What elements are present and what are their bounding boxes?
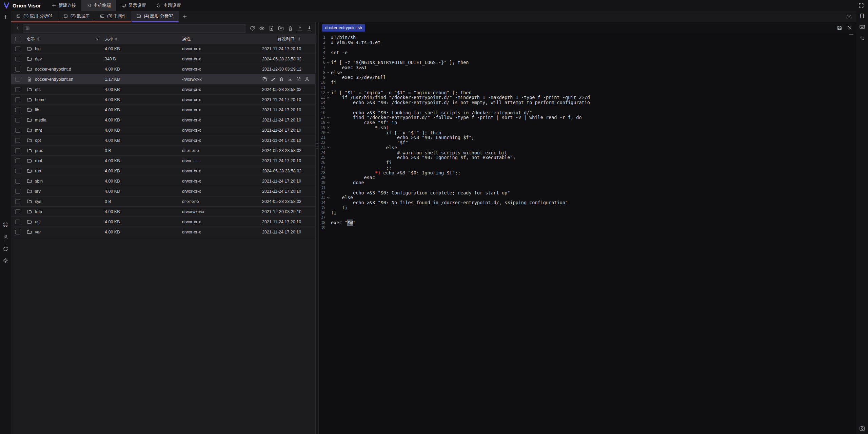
trash-icon[interactable] bbox=[288, 25, 293, 31]
menu-host-terminal[interactable]: 主机终端 bbox=[81, 0, 116, 11]
table-row[interactable]: usr4.00 KBdrwxr-xr-x2021-11-24 17:20:10 bbox=[11, 217, 315, 227]
swap-vertical-icon[interactable] bbox=[859, 35, 865, 41]
row-name[interactable]: run bbox=[24, 168, 102, 173]
filter-icon[interactable] bbox=[95, 37, 99, 41]
table-row[interactable]: etc4.00 KBdrwxr-xr-x2024-05-28 23:58:02 bbox=[11, 84, 315, 95]
row-name[interactable]: bin bbox=[24, 46, 102, 51]
path-input[interactable] bbox=[32, 26, 243, 31]
edit-icon[interactable] bbox=[271, 77, 276, 82]
copy-icon[interactable] bbox=[262, 77, 267, 82]
save-icon[interactable] bbox=[837, 25, 842, 31]
tab-app-analysis-01[interactable]: (1) 应用-分析01 bbox=[11, 11, 58, 22]
row-name[interactable]: root bbox=[24, 158, 102, 163]
menu-display-settings[interactable]: 显示设置 bbox=[116, 0, 151, 11]
code-editor[interactable]: 1#!/bin/sh2# vim:sw=4:ts=4:et34set -e56i… bbox=[319, 33, 856, 434]
row-checkbox[interactable] bbox=[15, 199, 20, 204]
fullscreen-icon[interactable] bbox=[854, 0, 868, 11]
row-name[interactable]: home bbox=[24, 97, 102, 102]
row-name[interactable]: usr bbox=[24, 219, 102, 224]
row-checkbox[interactable] bbox=[15, 67, 20, 72]
row-name[interactable]: opt bbox=[24, 138, 102, 143]
scrollbar-mark[interactable] bbox=[849, 34, 853, 35]
table-row[interactable]: srv4.00 KBdrwxr-xr-x2021-11-24 17:20:10 bbox=[11, 186, 315, 196]
fold-chevron-icon[interactable] bbox=[326, 91, 331, 94]
table-row[interactable]: docker-entrypoint.d4.00 KBdrwxr-xr-x2021… bbox=[11, 64, 315, 74]
row-checkbox[interactable] bbox=[15, 158, 20, 163]
tab-middleware[interactable]: (3) 中间件 bbox=[95, 11, 132, 22]
row-checkbox[interactable] bbox=[15, 138, 20, 143]
menu-new-connection[interactable]: 新建连接 bbox=[46, 0, 81, 11]
table-row[interactable]: docker-entrypoint.sh1.17 KB-rwxrwxr-x bbox=[11, 74, 315, 84]
fold-chevron-icon[interactable] bbox=[326, 121, 331, 124]
user-icon[interactable] bbox=[2, 234, 8, 240]
sort-name-icon[interactable] bbox=[37, 37, 39, 41]
row-checkbox[interactable] bbox=[15, 189, 20, 194]
row-checkbox[interactable] bbox=[15, 169, 20, 173]
tab-app-analysis-02[interactable]: (4) 应用-分析02 bbox=[132, 11, 179, 22]
new-folder-icon[interactable] bbox=[278, 25, 284, 31]
editor-file-tab[interactable]: docker-entrypoint.sh bbox=[322, 24, 365, 32]
row-name[interactable]: docker-entrypoint.sh bbox=[24, 77, 102, 82]
row-checkbox[interactable] bbox=[15, 118, 20, 122]
table-row[interactable]: tmp4.00 KBdrwxrwxrwx2021-12-30 03:29:10 bbox=[11, 207, 315, 217]
column-header-size[interactable]: 大小 bbox=[105, 36, 113, 42]
fold-chevron-icon[interactable] bbox=[326, 61, 331, 64]
tab-database[interactable]: (2) 数据库 bbox=[58, 11, 95, 22]
row-checkbox[interactable] bbox=[15, 179, 20, 184]
row-name[interactable]: mnt bbox=[24, 128, 102, 133]
row-checkbox[interactable] bbox=[15, 108, 20, 112]
download-icon[interactable] bbox=[288, 77, 293, 82]
table-row[interactable]: mnt4.00 KBdrwxr-xr-x2021-11-24 17:20:10 bbox=[11, 125, 315, 135]
table-row[interactable]: lib4.00 KBdrwxr-xr-x2021-11-24 17:20:10 bbox=[11, 105, 315, 115]
row-checkbox[interactable] bbox=[15, 87, 20, 92]
row-checkbox[interactable] bbox=[15, 77, 20, 82]
permission-icon[interactable] bbox=[304, 77, 310, 82]
menu-theme-settings[interactable]: 主题设置 bbox=[151, 0, 186, 11]
table-row[interactable]: sys0 Bdr-xr-xr-x2024-05-28 23:58:02 bbox=[11, 196, 315, 207]
table-row[interactable]: media4.00 KBdrwxr-xr-x2021-11-24 17:20:1… bbox=[11, 115, 315, 125]
keyboard-icon[interactable] bbox=[859, 24, 865, 30]
refresh-icon[interactable] bbox=[250, 25, 255, 31]
fold-chevron-icon[interactable] bbox=[326, 146, 331, 149]
table-row[interactable]: var4.00 KBdrwxr-xr-x2021-11-24 17:20:10 bbox=[11, 227, 315, 237]
row-name[interactable]: dev bbox=[24, 56, 102, 61]
row-name[interactable]: sys bbox=[24, 199, 102, 204]
fold-chevron-icon[interactable] bbox=[326, 126, 331, 129]
eye-icon[interactable] bbox=[259, 25, 265, 31]
delete-icon[interactable] bbox=[279, 77, 284, 82]
row-name[interactable]: media bbox=[24, 117, 102, 122]
fold-chevron-icon[interactable] bbox=[326, 116, 331, 119]
table-row[interactable]: home4.00 KBdrwxr-xr-x2021-11-24 17:20:10 bbox=[11, 95, 315, 105]
sync-icon[interactable] bbox=[2, 246, 8, 252]
row-name[interactable]: tmp bbox=[24, 209, 102, 214]
row-checkbox[interactable] bbox=[15, 46, 20, 51]
table-row[interactable]: opt4.00 KBdrwxr-xr-x2021-11-24 17:20:10 bbox=[11, 135, 315, 146]
row-name[interactable]: docker-entrypoint.d bbox=[24, 67, 102, 72]
add-connection-icon[interactable] bbox=[2, 14, 8, 20]
settings-gear-icon[interactable] bbox=[2, 258, 8, 264]
table-row[interactable]: run4.00 KBdrwxr-xr-x2024-05-28 23:58:02 bbox=[11, 166, 315, 176]
sort-mtime-icon[interactable] bbox=[298, 37, 300, 41]
screenshot-camera-icon[interactable] bbox=[859, 425, 865, 431]
row-checkbox[interactable] bbox=[15, 209, 20, 214]
table-row[interactable]: proc0 Bdr-xr-xr-x2024-05-28 23:58:02 bbox=[11, 146, 315, 156]
row-checkbox[interactable] bbox=[15, 230, 20, 234]
select-all-checkbox[interactable] bbox=[15, 37, 20, 41]
table-row[interactable]: sbin4.00 KBdrwxr-xr-x2021-11-24 17:20:10 bbox=[11, 176, 315, 186]
row-name[interactable]: sbin bbox=[24, 178, 102, 184]
close-editor-icon[interactable] bbox=[847, 25, 852, 31]
row-name[interactable]: lib bbox=[24, 107, 102, 112]
fold-chevron-icon[interactable] bbox=[326, 131, 331, 134]
fold-chevron-icon[interactable] bbox=[326, 71, 331, 74]
row-checkbox[interactable] bbox=[15, 148, 20, 153]
table-row[interactable]: bin4.00 KBdrwxr-xr-x2021-11-24 17:20:10 bbox=[11, 44, 315, 54]
upload-icon[interactable] bbox=[297, 25, 303, 31]
add-tab-button[interactable] bbox=[179, 11, 191, 22]
table-row[interactable]: dev340 Bdrwxr-xr-x2024-05-28 23:58:02 bbox=[11, 54, 315, 64]
back-icon[interactable] bbox=[14, 25, 21, 32]
row-checkbox[interactable] bbox=[15, 97, 20, 102]
new-file-icon[interactable] bbox=[269, 25, 274, 31]
row-checkbox[interactable] bbox=[15, 57, 20, 61]
command-icon[interactable]: ⌘ bbox=[2, 222, 8, 228]
row-name[interactable]: var bbox=[24, 229, 102, 234]
